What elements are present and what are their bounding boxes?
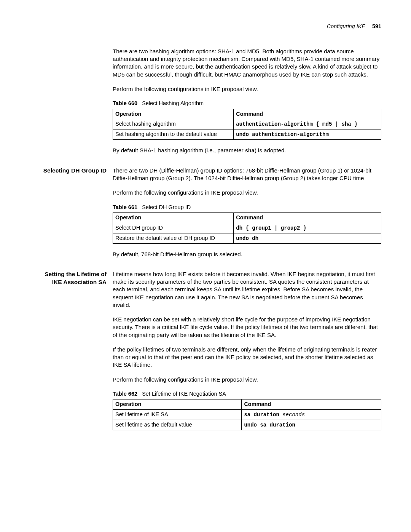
table-title: Select DH Group ID	[142, 204, 191, 210]
table-row: Select hashing algorithm authentication-…	[113, 119, 381, 129]
col-operation: Operation	[113, 109, 234, 119]
paragraph: Perform the following configurations in …	[113, 189, 381, 197]
cell-operation: Restore the default value of DH group ID	[113, 233, 234, 243]
col-command: Command	[234, 213, 381, 223]
running-header: Configuring IKE 591	[30, 23, 381, 30]
cell-operation: Select hashing algorithm	[113, 119, 234, 129]
table-dh: Operation Command Select DH group ID dh …	[113, 212, 381, 243]
table-title: Set Lifetime of IKE Negotiation SA	[142, 391, 226, 397]
paragraph: Perform the following configurations in …	[113, 85, 381, 93]
table-row: Set lifetime as the default value undo s…	[113, 420, 381, 430]
cell-command: authentication-algorithm { md5 | sha }	[234, 119, 381, 129]
paragraph: There are two DH (Diffie-Hellman) group …	[113, 167, 381, 182]
main-content-dh: There are two DH (Diffie-Hellman) group …	[113, 167, 381, 265]
table-row: Operation Command	[113, 109, 381, 119]
table-row: Operation Command	[113, 213, 381, 223]
table-label: Table 660	[113, 100, 137, 106]
table-caption: Table 662 Set Lifetime of IKE Negotiatio…	[113, 390, 381, 398]
cell-command: undo dh	[234, 233, 381, 243]
section-lifetime: Setting the Lifetime of IKE Association …	[30, 270, 381, 437]
table-row: Restore the default value of DH group ID…	[113, 233, 381, 243]
table-lifetime: Operation Command Set lifetime of IKE SA…	[113, 399, 381, 430]
section-dh-group: Selecting DH Group ID There are two DH (…	[30, 167, 381, 265]
side-heading-dh: Selecting DH Group ID	[30, 167, 113, 265]
table-label: Table 661	[113, 204, 137, 210]
table-title: Select Hashing Algorithm	[142, 100, 204, 106]
table-row: Set lifetime of IKE SA sa duration secon…	[113, 409, 381, 420]
paragraph: By default, 768-bit Diffie-Hellman group…	[113, 251, 381, 258]
col-operation: Operation	[113, 399, 242, 410]
col-operation: Operation	[113, 213, 234, 223]
table-label: Table 662	[113, 391, 137, 397]
side-heading-lifetime: Setting the Lifetime of IKE Association …	[30, 270, 113, 437]
cell-operation: Set lifetime of IKE SA	[113, 409, 242, 420]
cell-command: dh { group1 | group2 }	[234, 223, 381, 233]
col-command: Command	[234, 109, 381, 119]
cell-operation: Set lifetime as the default value	[113, 420, 242, 430]
cell-command: undo authentication-algorithm	[234, 129, 381, 140]
table-row: Select DH group ID dh { group1 | group2 …	[113, 223, 381, 233]
paragraph: Perform the following configurations in …	[113, 376, 381, 383]
cell-command: undo sa duration	[242, 420, 381, 430]
section-name: Configuring IKE	[327, 23, 365, 29]
table-row: Set hashing algorithm to the default val…	[113, 129, 381, 140]
section-hashing: There are two hashing algorithm options:…	[30, 48, 381, 161]
table-caption: Table 660 Select Hashing Algorithm	[113, 100, 381, 107]
page-number: 591	[372, 23, 381, 29]
table-hashing: Operation Command Select hashing algorit…	[113, 109, 381, 140]
document-page: Configuring IKE 591 There are two hashin…	[0, 0, 411, 532]
side-heading-empty	[30, 48, 113, 161]
table-row: Operation Command	[113, 399, 381, 410]
paragraph: Lifetime means how long IKE exists befor…	[113, 270, 381, 309]
paragraph: IKE negotiation can be set with a relati…	[113, 316, 381, 339]
table-caption: Table 661 Select DH Group ID	[113, 204, 381, 211]
main-content-lifetime: Lifetime means how long IKE exists befor…	[113, 270, 381, 437]
cell-command: sa duration seconds	[242, 409, 381, 420]
paragraph: If the policy lifetimes of two terminals…	[113, 346, 381, 369]
cell-operation: Set hashing algorithm to the default val…	[113, 129, 234, 140]
paragraph: There are two hashing algorithm options:…	[113, 48, 381, 78]
paragraph: By default SHA-1 hashing algorithm (i.e.…	[113, 147, 381, 155]
cell-operation: Select DH group ID	[113, 223, 234, 233]
col-command: Command	[242, 399, 381, 410]
main-content-hashing: There are two hashing algorithm options:…	[113, 48, 381, 161]
